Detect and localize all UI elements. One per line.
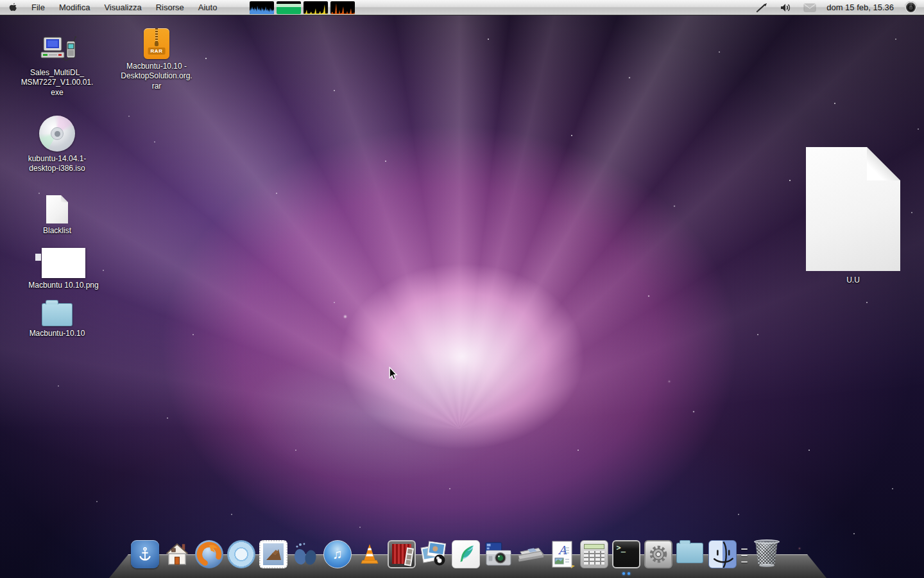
camera-icon [483, 539, 513, 569]
dock-item-vlc[interactable] [354, 539, 384, 569]
network-graph[interactable] [304, 1, 328, 14]
calculator-icon [580, 540, 608, 568]
mail-stamp-icon [259, 540, 287, 568]
dock-item-finder[interactable] [707, 539, 737, 569]
dock-item-home-folder[interactable] [162, 539, 192, 569]
icon-label: kubuntu-14.04.1- desktop-i386.iso [28, 154, 87, 174]
desktop-icon-macbuntu-folder[interactable]: Macbuntu-10.10 [15, 299, 99, 338]
menu-label: Aiuto [198, 3, 218, 12]
running-indicator [622, 572, 630, 575]
dock-item-chat[interactable] [290, 539, 320, 569]
mail-icon[interactable] [800, 0, 820, 15]
memory-graph[interactable] [277, 1, 301, 14]
icon-label: U.U [846, 276, 860, 285]
scanner-icon [515, 539, 545, 569]
icon-label: Macbuntu-10.10 - DesktopSolution.org. ra… [121, 62, 192, 91]
icon-label: Macbuntu-10.10 [30, 329, 85, 338]
menu-label: File [31, 3, 45, 12]
dock-item-word-processor[interactable]: A [547, 539, 577, 569]
dock: ♫ [0, 530, 924, 578]
apple-menu[interactable] [0, 0, 24, 15]
dock-item-firefox[interactable] [194, 539, 224, 569]
firefox-icon [195, 540, 223, 568]
dock-item-photos[interactable] [418, 539, 449, 569]
itunes-icon: ♫ [323, 540, 352, 568]
folder-icon [42, 303, 73, 326]
dock-item-photo-booth[interactable] [386, 539, 416, 569]
power-icon[interactable] [900, 0, 921, 15]
menubar-clock[interactable]: dom 15 feb, 15.36 [824, 3, 896, 12]
dock-item-chromium[interactable] [226, 539, 256, 569]
desktop-icon-sales-exe[interactable]: Sales_MultiDL_ MSM7227_V1.00.01. exe [15, 36, 99, 98]
folder-icon [676, 543, 703, 563]
disk-activity-graph[interactable] [330, 1, 355, 14]
dock-item-system-preferences[interactable] [643, 539, 673, 569]
trash-basket-icon [754, 539, 780, 568]
menu-item-risorse[interactable]: Risorse [149, 0, 191, 15]
terminal-icon: >_ [612, 540, 640, 568]
desktop-icon-macbuntu-png[interactable]: Macbuntu 10.10.png [21, 248, 106, 290]
document-icon [46, 195, 68, 223]
chat-faces-icon [290, 539, 320, 569]
apple-logo-icon [8, 1, 17, 14]
vlc-cone-icon [354, 539, 384, 569]
rar-badge: RAR [148, 48, 166, 55]
mouse-cursor [388, 367, 398, 383]
home-icon [162, 539, 192, 569]
dock-item-camera-import[interactable] [483, 539, 513, 569]
rar-archive-icon: RAR [144, 28, 169, 59]
menu-item-modifica[interactable]: Modifica [52, 0, 97, 15]
menu-item-aiuto[interactable]: Aiuto [191, 0, 225, 15]
dock-item-scanner[interactable] [515, 539, 545, 569]
icon-label: Macbuntu 10.10.png [28, 281, 98, 290]
system-monitor-applets[interactable] [250, 1, 355, 14]
icon-label: Sales_MultiDL_ MSM7227_V1.00.01. exe [21, 68, 94, 98]
menu-label: Visualizza [104, 3, 141, 12]
menu-label: Risorse [156, 3, 184, 12]
dock-item-calculator[interactable] [579, 539, 609, 569]
dock-item-itunes[interactable]: ♫ [322, 539, 352, 569]
gear-icon [644, 540, 672, 568]
menubar: File Modifica Visualizza Risorse Aiuto [0, 0, 924, 15]
desktop-icon-macbuntu-rar[interactable]: RAR Macbuntu-10.10 - DesktopSolution.org… [114, 28, 199, 91]
cpu-history-graph[interactable] [250, 1, 274, 14]
menu-item-visualizza[interactable]: Visualizza [97, 0, 148, 15]
icon-label: Blacklist [43, 226, 71, 236]
dock-item-trash[interactable] [751, 539, 782, 569]
photo-booth-icon [388, 540, 416, 568]
chromium-icon [227, 540, 255, 568]
desktop-icon-blacklist[interactable]: Blacklist [15, 195, 99, 236]
image-thumbnail-icon [42, 248, 85, 278]
finder-face-icon [708, 540, 737, 568]
desktop-screen: File Modifica Visualizza Risorse Aiuto [0, 0, 924, 578]
dock-item-terminal[interactable]: >_ [611, 539, 641, 569]
photos-stack-icon [418, 539, 449, 569]
menu-label: Modifica [59, 3, 90, 12]
executable-icon [37, 36, 77, 66]
dock-item-docky-anchor[interactable] [130, 539, 160, 569]
dock-separator [739, 539, 749, 569]
cd-disc-icon [39, 116, 75, 152]
dock-item-mail[interactable] [258, 539, 288, 569]
dock-item-documents-folder[interactable] [675, 539, 705, 569]
dock-item-feather-editor[interactable] [450, 539, 481, 569]
desktop-icon-uu-document[interactable]: U.U [806, 147, 900, 285]
desktop-icon-kubuntu-iso[interactable]: kubuntu-14.04.1- desktop-i386.iso [15, 116, 99, 174]
dock-icons-row: ♫ [130, 539, 782, 569]
word-processor-icon: A [547, 539, 577, 569]
menu-item-file[interactable]: File [24, 0, 52, 15]
tablet-pen-icon[interactable] [752, 0, 773, 15]
large-document-icon [806, 147, 900, 271]
volume-icon[interactable] [776, 0, 796, 15]
anchor-icon [131, 540, 159, 568]
feather-icon [452, 540, 480, 568]
